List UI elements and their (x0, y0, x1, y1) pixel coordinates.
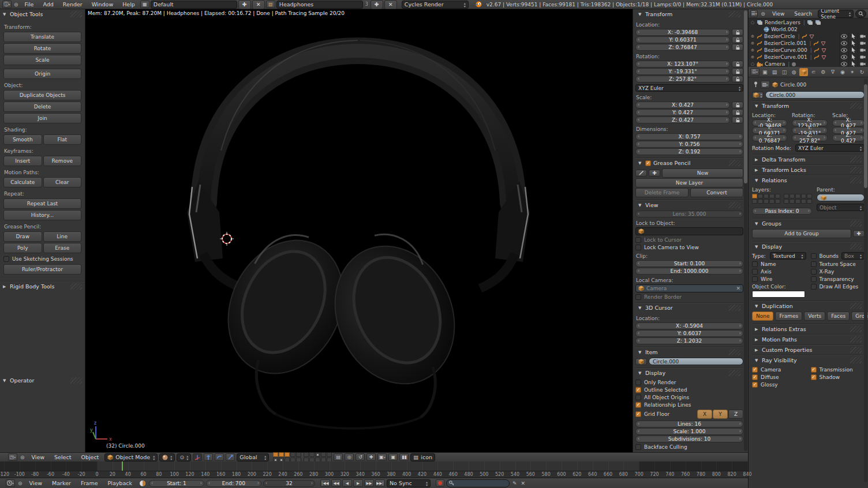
tab-object-icon[interactable] (799, 68, 808, 76)
pr-motion-paths-header[interactable]: ▶Motion Paths (752, 335, 865, 344)
layer-cell[interactable] (790, 194, 795, 198)
manipulator-axes-icon[interactable] (193, 453, 202, 461)
np-rotation-x-lock-icon[interactable] (732, 61, 743, 67)
pass-index-field[interactable]: ‹Pass Index: 0› (752, 208, 812, 215)
outliner-item-beziercircle.001[interactable]: ⊕BezierCircle.001| (749, 40, 868, 47)
visibility-eye-icon[interactable] (839, 40, 848, 47)
operator-panel-header[interactable]: ▼Operator (0, 376, 85, 385)
opengl-render-anim-icon[interactable]: ▣ (388, 453, 398, 461)
join-button[interactable]: Join (3, 113, 81, 123)
object-name-field[interactable]: Circle.000 (765, 91, 865, 99)
tl-menu-marker[interactable]: Marker (48, 480, 75, 486)
pr-relations-extras-header[interactable]: ▶Relations Extras (752, 324, 865, 334)
duplication-frames-toggle[interactable]: Frames (775, 311, 802, 321)
new-group-icon[interactable]: ✚ (853, 230, 865, 237)
renderable-camera-icon[interactable] (858, 61, 867, 67)
breadcrumb-scene-icon[interactable]: ▧▸ (761, 81, 770, 88)
history-button[interactable]: History... (3, 210, 81, 220)
tab-physics-icon[interactable]: ↻ (858, 68, 866, 76)
transform-orientation-select[interactable]: Global▴▾ (237, 453, 269, 461)
delete-button[interactable]: Delete (3, 102, 81, 112)
current-frame-playhead[interactable] (122, 461, 123, 471)
only-render-checkbox[interactable] (635, 380, 641, 385)
ray-camera-checkbox[interactable]: ✓ (752, 367, 758, 373)
pr-location-z-field[interactable]: ‹Z: 0.76847› (752, 134, 787, 141)
np-scale-x-lock-icon[interactable] (732, 102, 743, 108)
tab-constraints-icon[interactable]: ⊂ (809, 68, 818, 76)
np-rotation-z-field[interactable]: ‹Z: 257.82°› (635, 76, 730, 82)
tab-render-layers-icon[interactable]: ▤ (770, 68, 779, 76)
sync-mode-select[interactable]: No Sync▴▾ (387, 479, 431, 487)
next-keyframe-button[interactable]: ▶▶ (364, 479, 374, 487)
tab-particles-icon[interactable]: ✴ (848, 68, 856, 76)
clip-end-field[interactable]: ‹End: 1000.000› (635, 268, 743, 275)
object-tools-panel-header[interactable]: ▼Object Tools (0, 9, 85, 19)
outliner-item-camera[interactable]: ○Camera| (749, 61, 868, 67)
duplication-none-toggle[interactable]: None (752, 311, 773, 321)
np-location-y-lock-icon[interactable] (732, 36, 743, 43)
ray-glossy-checkbox[interactable]: ✓ (752, 382, 758, 388)
expand-icon[interactable]: ○ (751, 62, 755, 66)
insert-keyframe-icon[interactable]: ✎ (511, 481, 518, 486)
panel-drag-widget[interactable] (70, 11, 82, 17)
np-location-z-lock-icon[interactable] (732, 44, 743, 51)
frame-end-field[interactable]: ‹End: 700› (206, 480, 261, 487)
gp-add-icon[interactable]: ✚ (649, 170, 660, 177)
pause-render-icon[interactable]: ▮▮ (399, 453, 409, 461)
display-type-select[interactable]: Textured▴▾ (770, 252, 806, 260)
cursor-location-z-field[interactable]: ‹Z: 1.2032› (635, 337, 743, 344)
lock-camera-checkbox[interactable] (635, 245, 641, 250)
display-name-checkbox[interactable] (752, 261, 758, 267)
calculate-paths-button[interactable]: Calculate (3, 177, 42, 187)
xray-checkbox[interactable] (811, 269, 817, 275)
n-panel-scrollbar[interactable] (744, 10, 747, 451)
np-dimensions-y-field[interactable]: ‹Y: 0.756› (635, 141, 743, 148)
render-display-button[interactable]: ▤icon (410, 453, 435, 461)
pr-transform-locks-header[interactable]: ▶Transform Locks (752, 165, 865, 175)
np-scale-z-lock-icon[interactable] (732, 117, 743, 123)
rotation-mode-select[interactable]: XYZ Euler▴▾ (795, 144, 865, 152)
layer-cell[interactable] (784, 199, 789, 204)
rigid-body-tools-panel-header[interactable]: ▶Rigid Body Tools (0, 281, 85, 291)
np-3d-cursor-header[interactable]: ▼3D Cursor (635, 303, 743, 313)
menu-render[interactable]: Render (59, 1, 87, 7)
timeline-track[interactable] (0, 461, 748, 471)
backface-culling-checkbox[interactable] (635, 444, 641, 450)
texture-space-checkbox[interactable] (811, 261, 817, 267)
layer-cell[interactable] (327, 452, 332, 457)
manipulator-scale-icon[interactable] (226, 453, 235, 461)
vp-menu-object[interactable]: Object (77, 454, 103, 460)
layer-cell[interactable] (807, 199, 812, 204)
object-color-swatch[interactable] (752, 291, 805, 298)
screen-name-field[interactable]: Default (151, 1, 237, 9)
grid-axis-z-toggle[interactable]: Z (728, 410, 743, 419)
expand-icon[interactable]: ⊕ (751, 55, 755, 59)
outliner-search-input[interactable] (855, 10, 866, 18)
header-collapse-icon[interactable]: ⊜ (13, 2, 20, 7)
layer-cell[interactable] (764, 199, 769, 204)
frame-start-field[interactable]: ‹Start: 1› (149, 480, 204, 487)
item-name-field[interactable]: Circle.000 (649, 358, 743, 365)
proportional-edit-icon[interactable]: ◎ (345, 453, 354, 461)
auto-keyframe-record-button[interactable] (436, 479, 444, 487)
layer-cell[interactable] (769, 194, 775, 198)
layer-cell[interactable] (290, 452, 295, 457)
np-dimensions-x-field[interactable]: ‹X: 0.757› (635, 133, 743, 140)
pr-custom-properties-header[interactable]: ▶Custom Properties (752, 345, 865, 355)
opengl-render-image-icon[interactable]: ▣▾ (377, 453, 387, 461)
play-reverse-button[interactable]: ◀ (342, 479, 352, 487)
visibility-eye-icon[interactable] (839, 47, 848, 54)
tab-object-data-icon[interactable]: ∇ (829, 68, 837, 76)
gp-convert-button[interactable]: Convert (690, 188, 743, 197)
np-location-z-field[interactable]: ‹Z: 0.76847› (635, 44, 730, 51)
menu-add[interactable]: Add (39, 1, 57, 7)
tab-modifiers-icon[interactable]: ⚙ (819, 68, 828, 76)
parent-type-select[interactable]: Object▴▾ (817, 204, 865, 211)
properties-scrollbar[interactable] (864, 78, 867, 482)
snap-icon[interactable]: ↺ (356, 453, 365, 461)
ray-diffuse-checkbox[interactable]: ✓ (752, 374, 758, 380)
pr-delta-transform-header[interactable]: ▶Delta Transform (752, 155, 865, 164)
jump-to-end-button[interactable]: ▶▶| (375, 479, 385, 487)
parent-field[interactable] (817, 194, 865, 201)
preview-range-icon[interactable] (139, 480, 146, 487)
